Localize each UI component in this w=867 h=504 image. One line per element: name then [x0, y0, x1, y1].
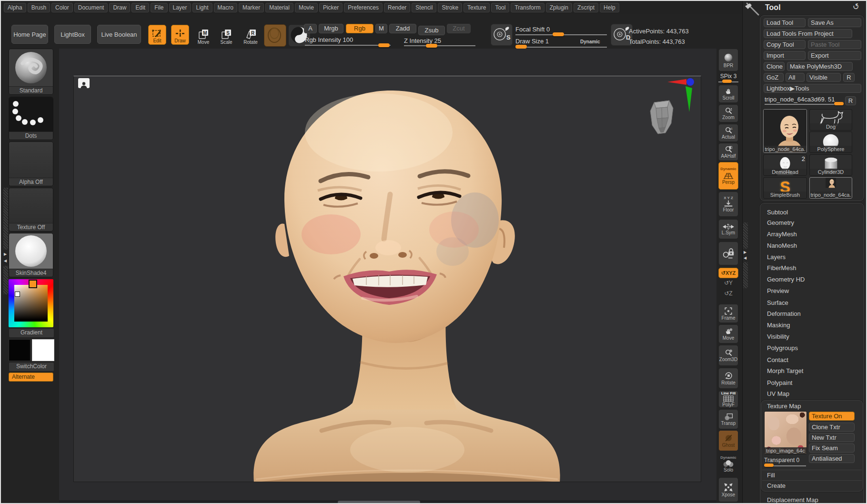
draw-size-dynamic-label[interactable]: Dynamic [580, 39, 600, 44]
section-uv-map[interactable]: UV Map [767, 390, 789, 397]
antialiased-button[interactable]: Antialiased [809, 454, 855, 463]
home-page-button[interactable]: Home Page [11, 25, 48, 44]
draw-size-track[interactable] [515, 47, 607, 48]
menu-item-edit[interactable]: Edit [131, 3, 149, 12]
menu-item-render[interactable]: Render [384, 3, 410, 12]
color-picker-hue-marker[interactable] [29, 280, 37, 288]
fix-seam-button[interactable]: Fix Seam [809, 444, 855, 453]
menu-item-zscript[interactable]: Zscript [574, 3, 598, 12]
menu-item-marker[interactable]: Marker [239, 3, 264, 12]
section-arraymesh[interactable]: ArrayMesh [767, 231, 797, 238]
menu-item-stroke[interactable]: Stroke [438, 3, 462, 12]
polyframe-button[interactable]: Line Fill PolyF [718, 391, 738, 408]
section-contact[interactable]: Contact [767, 356, 788, 363]
menu-item-movie[interactable]: Movie [295, 3, 318, 12]
panel-divider-handle-2[interactable] [743, 262, 748, 288]
rgb-button[interactable]: Rgb [346, 24, 373, 33]
camera-lock-button[interactable] [718, 242, 738, 265]
new-txtr-button[interactable]: New Txtr [809, 433, 855, 442]
left-tray-divider-handle[interactable] [3, 188, 8, 250]
focal-shift-handle[interactable] [553, 32, 564, 36]
panel-divider-handle[interactable] [743, 222, 748, 249]
aahalf-button[interactable]: AAHalf [718, 143, 738, 161]
actual-button[interactable]: x1 Actual [718, 124, 738, 142]
clone-txtr-button[interactable]: Clone Txtr [809, 423, 855, 432]
goz-r-button[interactable]: R [843, 73, 855, 82]
rotate-y-button[interactable]: ↺Y [718, 280, 738, 286]
section-visibility[interactable]: Visibility [767, 333, 789, 340]
mrgb-a-button[interactable]: A [304, 24, 317, 33]
section-deformation[interactable]: Deformation [767, 310, 801, 317]
zcut-button[interactable]: Zcut [447, 24, 471, 33]
panel-collapse-arrow-icon[interactable]: ◀ [744, 256, 746, 260]
goz-visible-button[interactable]: Visible [807, 73, 841, 82]
current-material-slot[interactable]: SkinShade4 [9, 233, 53, 277]
rotate-xyz-button[interactable]: ↺XYZ [718, 268, 738, 278]
scale-mode-button[interactable]: S Scale [217, 25, 236, 45]
section-fibermesh[interactable]: FiberMesh [767, 264, 796, 272]
zoom3d-button[interactable]: Zoom3D [718, 345, 738, 366]
rotate-z-button[interactable]: ↺Z [718, 290, 738, 297]
menu-item-color[interactable]: Color [51, 3, 73, 12]
section-masking[interactable]: Masking [767, 322, 790, 329]
ghost-button[interactable]: Ghost [718, 430, 738, 451]
tool-thumb-tripo-selected[interactable]: tripo_node_64ca. [763, 109, 807, 153]
orientation-gizmo[interactable] [640, 78, 697, 142]
canvas-area[interactable] [59, 49, 716, 504]
section-nanomesh[interactable]: NanoMesh [767, 242, 797, 249]
rgb-intensity-track[interactable] [305, 45, 391, 46]
texture-create-subsection[interactable]: Create [762, 480, 862, 491]
tool-item-slider-track[interactable] [765, 104, 842, 105]
texture-map-thumbnail[interactable]: tripo_image_64c [764, 411, 807, 454]
xpose-button[interactable]: Xpose [718, 477, 738, 502]
tool-thumb-tripo-recent[interactable]: tripo_node_64ca. [809, 177, 852, 199]
rotate-mode-button[interactable]: R Rotate [241, 25, 261, 45]
current-texture-slot[interactable]: Texture Off [9, 188, 53, 232]
menu-item-draw[interactable]: Draw [109, 3, 130, 12]
solo-button[interactable]: Dynamic Solo [718, 452, 738, 476]
rotate-3d-button[interactable]: Rotate [718, 368, 738, 389]
stroke-dial-button[interactable]: S [491, 24, 513, 46]
left-tray-divider-handle-2[interactable] [3, 266, 8, 294]
alternate-button[interactable]: Alternate [9, 373, 53, 382]
sculpt-model-head[interactable] [74, 76, 701, 482]
import-button[interactable]: Import [764, 51, 806, 60]
lsym-button[interactable]: L.Sym [718, 219, 738, 239]
tool-thumb-simplebrush[interactable]: S SimpleBrush [763, 177, 807, 199]
current-brush-slot[interactable]: Standard [9, 49, 53, 95]
menu-item-layer[interactable]: Layer [169, 3, 191, 12]
main-color-swatch[interactable] [9, 339, 30, 361]
lightbox-button[interactable]: LightBox [54, 25, 91, 44]
edit-mode-button[interactable]: Edit [148, 25, 166, 45]
menu-item-tool[interactable]: Tool [491, 3, 509, 12]
paste-tool-button[interactable]: Paste Tool [808, 40, 861, 49]
tool-item-slider-handle[interactable] [834, 102, 844, 105]
tool-thumb-cylinder3d[interactable]: Cylinder3D [809, 154, 852, 176]
export-button[interactable]: Export [808, 51, 861, 60]
tool-palette-icon[interactable] [744, 2, 760, 16]
menu-item-light[interactable]: Light [192, 3, 212, 12]
scroll-button[interactable]: Scroll [718, 85, 738, 103]
tool-thumb-dog[interactable]: Dog [809, 109, 852, 131]
menu-item-zplugin[interactable]: Zplugin [546, 3, 572, 12]
tool-item-r-button[interactable]: R [845, 96, 856, 105]
menu-item-macro[interactable]: Macro [214, 3, 237, 12]
zsub-button[interactable]: Zsub [418, 26, 445, 35]
menu-item-material[interactable]: Material [265, 3, 293, 12]
load-tool-button[interactable]: Load Tool [764, 18, 806, 27]
m-button[interactable]: M [375, 24, 387, 33]
menu-item-texture[interactable]: Texture [464, 3, 490, 12]
tray-collapse-arrow-icon[interactable]: ◀ [4, 259, 7, 263]
section-polygroups[interactable]: Polygroups [767, 344, 798, 352]
section-subtool[interactable]: Subtool [767, 209, 788, 216]
live-boolean-button[interactable]: Live Boolean [97, 25, 141, 44]
frame-button[interactable]: Frame [718, 304, 738, 323]
current-stroke-slot[interactable]: Dots [9, 97, 53, 140]
copy-tool-button[interactable]: Copy Tool [764, 40, 806, 49]
transparent-handle[interactable] [764, 464, 774, 467]
gradient-label[interactable]: Gradient [9, 328, 54, 338]
menu-item-brush[interactable]: Brush [28, 3, 50, 12]
goz-button[interactable]: GoZ [764, 73, 784, 82]
color-picker-sv-marker[interactable] [15, 292, 20, 297]
menu-item-document[interactable]: Document [74, 3, 108, 12]
